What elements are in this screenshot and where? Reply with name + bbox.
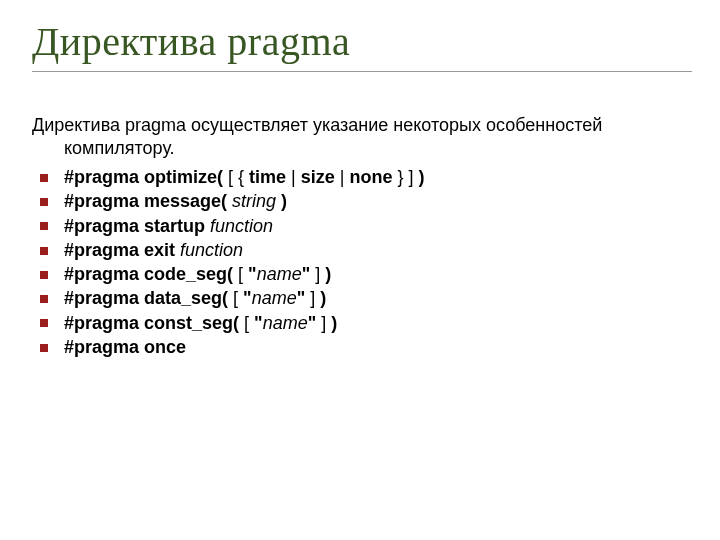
txt: string (232, 191, 276, 211)
intro-line-2: компилятору. (32, 137, 692, 160)
txt: size (301, 167, 340, 187)
txt: #pragma optimize( (64, 167, 228, 187)
txt: | (291, 167, 301, 187)
txt: ) (418, 167, 424, 187)
txt: ) (331, 313, 337, 333)
list-item: #pragma code_seg( [ "name" ] ) (40, 262, 692, 286)
list-item: #pragma data_seg( [ "name" ] ) (40, 286, 692, 310)
txt: ) (325, 264, 331, 284)
pragma-list: #pragma optimize( [ { time | size | none… (32, 165, 692, 359)
list-item: #pragma message( string ) (40, 189, 692, 213)
txt: " (302, 264, 316, 284)
txt: ) (276, 191, 287, 211)
title-underline (32, 71, 692, 72)
txt: function (210, 216, 273, 236)
slide-title: Директива pragma (32, 18, 692, 65)
txt: #pragma code_seg( (64, 264, 238, 284)
list-item: #pragma optimize( [ { time | size | none… (40, 165, 692, 189)
txt: ) (320, 288, 326, 308)
txt: name (263, 313, 308, 333)
intro-paragraph: Директива pragma осуществляет указание н… (32, 114, 692, 159)
txt: [ { (228, 167, 249, 187)
slide: Директива pragma Директива pragma осущес… (0, 0, 720, 540)
txt: " (297, 288, 311, 308)
txt: ] (310, 288, 320, 308)
txt: name (252, 288, 297, 308)
txt: #pragma const_seg( (64, 313, 244, 333)
txt: #pragma exit (64, 240, 180, 260)
txt: function (180, 240, 243, 260)
txt: } ] (397, 167, 418, 187)
txt: #pragma message( (64, 191, 232, 211)
txt: ] (315, 264, 325, 284)
txt: " (248, 264, 257, 284)
list-item: #pragma startup function (40, 214, 692, 238)
txt: [ (244, 313, 254, 333)
txt: " (254, 313, 263, 333)
txt: [ (238, 264, 248, 284)
txt: #pragma startup (64, 216, 210, 236)
txt: ] (321, 313, 331, 333)
txt: name (257, 264, 302, 284)
txt: none (349, 167, 397, 187)
txt: time (249, 167, 291, 187)
list-item: #pragma exit function (40, 238, 692, 262)
txt: #pragma once (64, 337, 186, 357)
list-item: #pragma const_seg( [ "name" ] ) (40, 311, 692, 335)
list-item: #pragma once (40, 335, 692, 359)
intro-line-1: Директива pragma осуществляет указание н… (32, 115, 602, 135)
txt: #pragma data_seg( (64, 288, 233, 308)
txt: " (308, 313, 322, 333)
txt: [ (233, 288, 243, 308)
txt: " (243, 288, 252, 308)
